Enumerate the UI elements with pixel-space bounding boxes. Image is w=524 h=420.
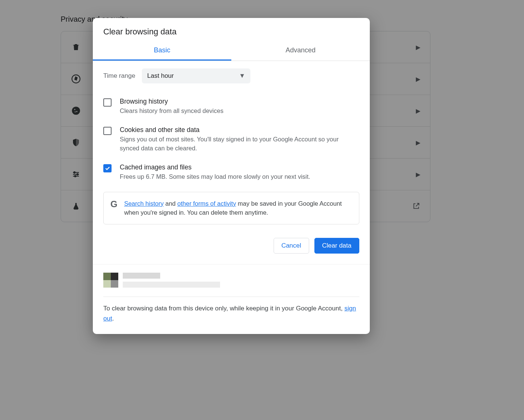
time-range-select[interactable]: Last hour ▼ bbox=[142, 68, 250, 83]
caret-down-icon: ▼ bbox=[239, 72, 246, 80]
pixelated-avatar bbox=[103, 273, 118, 288]
time-range-label: Time range bbox=[103, 72, 135, 80]
tab-basic[interactable]: Basic bbox=[93, 40, 231, 61]
dialog-tabs: Basic Advanced bbox=[93, 40, 370, 61]
google-logo-icon: G bbox=[110, 199, 118, 209]
time-range-value: Last hour bbox=[147, 72, 174, 80]
option-title: Cookies and other site data bbox=[120, 126, 359, 134]
activity-info-box: G Search history and other forms of acti… bbox=[103, 192, 359, 225]
option-browsing-history[interactable]: Browsing history Clears history from all… bbox=[103, 92, 359, 121]
link-other-activity[interactable]: other forms of activity bbox=[177, 200, 236, 207]
checkbox-cache[interactable] bbox=[103, 164, 112, 172]
dialog-title: Clear browsing data bbox=[93, 18, 370, 40]
option-desc: Clears history from all synced devices bbox=[120, 107, 223, 116]
option-title: Browsing history bbox=[120, 98, 223, 105]
option-title: Cached images and files bbox=[120, 163, 310, 171]
info-text: Search history and other forms of activi… bbox=[124, 199, 352, 218]
option-desc: Frees up 6.7 MB. Some sites may load mor… bbox=[120, 172, 310, 181]
cancel-button[interactable]: Cancel bbox=[274, 238, 309, 254]
clear-browsing-data-dialog: Clear browsing data Basic Advanced Time … bbox=[93, 18, 370, 334]
device-only-note: To clear browsing data from this device … bbox=[93, 297, 370, 334]
option-cookies[interactable]: Cookies and other site data Signs you ou… bbox=[103, 121, 359, 158]
option-desc: Signs you out of most sites. You'll stay… bbox=[120, 135, 359, 153]
tab-advanced[interactable]: Advanced bbox=[231, 40, 370, 61]
pixelated-text bbox=[123, 273, 220, 288]
clear-data-button[interactable]: Clear data bbox=[314, 238, 359, 254]
checkbox-browsing-history[interactable] bbox=[103, 98, 112, 107]
link-search-history[interactable]: Search history bbox=[124, 200, 164, 207]
option-cache[interactable]: Cached images and files Frees up 6.7 MB.… bbox=[103, 158, 359, 187]
account-row-redacted bbox=[93, 264, 370, 290]
checkbox-cookies[interactable] bbox=[103, 127, 112, 135]
